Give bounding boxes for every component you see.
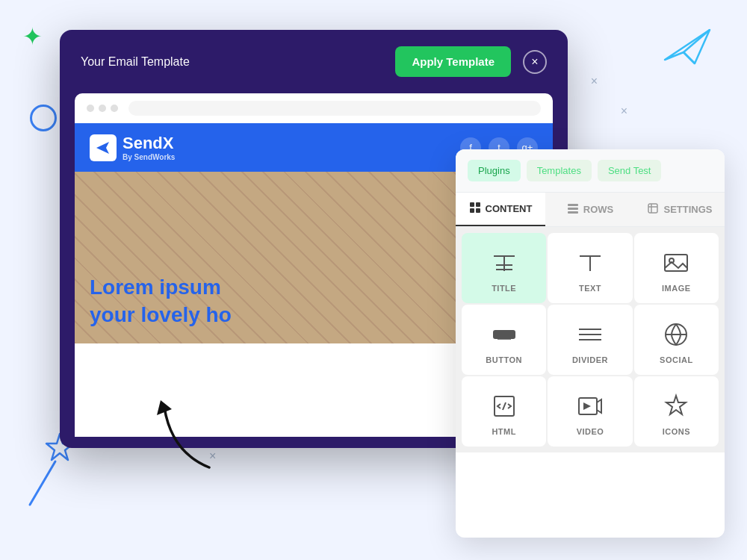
rows-tab[interactable]: ROWS (545, 193, 635, 226)
image-item[interactable]: IMAGE (634, 233, 719, 303)
svg-rect-13 (648, 204, 657, 213)
social-icon (661, 320, 691, 349)
title-label: TITLE (492, 284, 516, 293)
svg-rect-8 (470, 208, 474, 213)
video-item[interactable]: VIDEO (548, 376, 632, 447)
text-item[interactable]: TEXT (548, 233, 632, 303)
browser-dot-1 (87, 105, 94, 112)
social-label: SOCIAL (660, 355, 693, 364)
templates-tab[interactable]: Templates (527, 160, 592, 181)
image-label: IMAGE (662, 284, 691, 293)
svg-line-4 (30, 461, 55, 505)
social-item[interactable]: SOCIAL (634, 305, 719, 375)
browser-dot-2 (99, 105, 106, 112)
hero-title-line1: Lorem ipsum (90, 274, 232, 301)
apply-template-button[interactable]: Apply Template (395, 46, 511, 77)
plugins-tab[interactable]: Plugins (468, 160, 521, 181)
button-item[interactable]: BUTTON (462, 305, 546, 375)
divider-label: DIVIDER (572, 355, 608, 364)
icons-icon (661, 391, 691, 421)
icons-label: ICONS (663, 427, 690, 436)
sendx-logo: SendX By SendWorks (90, 134, 175, 161)
svg-line-2 (684, 30, 710, 52)
rows-icon (567, 202, 579, 217)
settings-tab-label: SETTINGS (663, 204, 712, 215)
content-tab-label: CONTENT (486, 203, 533, 214)
video-label: VIDEO (577, 427, 604, 436)
button-label: BUTTON (486, 355, 522, 364)
svg-rect-9 (476, 208, 480, 213)
arrow-decoration (149, 393, 239, 485)
svg-rect-6 (470, 202, 474, 207)
icons-item[interactable]: ICONS (634, 376, 719, 447)
svg-rect-10 (568, 204, 578, 206)
svg-rect-11 (568, 208, 578, 210)
hero-title-line2: your lovely ho (90, 302, 232, 329)
send-test-tab[interactable]: Send Test (598, 160, 662, 181)
html-icon (489, 391, 519, 421)
sparkle-decoration: ✦ (22, 22, 43, 51)
panel-top-tabs: Plugins Templates Send Test (456, 149, 725, 193)
panel-main-tabs: CONTENT ROWS SETTINGS (456, 193, 725, 227)
hero-text: Lorem ipsum your lovely ho (90, 274, 232, 329)
title-item[interactable]: TITLE (462, 233, 546, 303)
divider-icon (575, 320, 605, 349)
browser-chrome (75, 93, 553, 123)
svg-marker-35 (666, 396, 686, 414)
close-modal-button[interactable]: × (523, 50, 547, 74)
svg-line-1 (684, 52, 695, 63)
grid-icon (469, 202, 481, 216)
button-icon (489, 320, 519, 349)
content-panel: Plugins Templates Send Test CONTENT (456, 149, 725, 538)
rows-tab-label: ROWS (583, 204, 613, 215)
browser-address-bar (128, 101, 541, 116)
html-item[interactable]: HTML (462, 376, 546, 447)
video-icon (575, 391, 605, 421)
sendx-subtext: By SendWorks (123, 153, 175, 161)
image-icon (661, 248, 691, 278)
svg-marker-34 (583, 402, 591, 410)
sendx-brand-text: SendX By SendWorks (123, 134, 175, 161)
title-icon (489, 248, 519, 278)
svg-rect-22 (665, 255, 687, 271)
content-items-grid: TITLE TEXT IMAGE (456, 227, 725, 452)
svg-line-32 (503, 402, 506, 410)
text-label: TEXT (579, 284, 601, 293)
settings-icon (647, 202, 659, 217)
modal-header: Your Email Template Apply Template × (60, 30, 568, 93)
svg-rect-7 (476, 202, 480, 207)
browser-dot-3 (111, 105, 118, 112)
settings-tab[interactable]: SETTINGS (635, 193, 725, 226)
divider-item[interactable]: DIVIDER (548, 305, 632, 375)
html-label: HTML (492, 427, 516, 436)
content-tab[interactable]: CONTENT (456, 193, 545, 226)
sendx-logo-icon (90, 134, 117, 161)
paper-plane-decoration (657, 15, 717, 70)
text-icon (575, 248, 605, 278)
modal-title: Your Email Template (81, 55, 190, 69)
svg-rect-24 (493, 330, 515, 339)
sendx-name: SendX (123, 134, 173, 152)
svg-rect-12 (568, 211, 578, 214)
modal-header-actions: Apply Template × (395, 46, 547, 77)
